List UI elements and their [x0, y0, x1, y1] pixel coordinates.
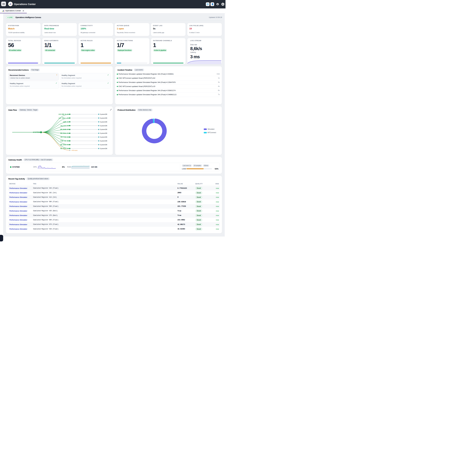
svg-text:SystemDB: SystemDB	[100, 121, 107, 123]
svg-text:AS_FLB_03: AS_FLB_03	[61, 136, 69, 138]
svg-text:AS_FLA_03: AS_FLA_03	[61, 125, 69, 127]
svg-text:SystemDB: SystemDB	[100, 132, 107, 134]
svg-text:RB_BLA_01: RB_BLA_01	[60, 132, 69, 134]
svg-text:SystemDB: SystemDB	[100, 113, 107, 115]
svg-text:SystemDB: SystemDB	[100, 125, 107, 127]
svg-text:SystemDB: SystemDB	[100, 148, 107, 149]
svg-text:RB_BLB_06: RB_BLB_06	[60, 144, 69, 145]
svg-text:SystemDB: SystemDB	[100, 144, 107, 145]
svg-text:LM_BIW_B_01: LM_BIW_B_01	[59, 113, 69, 115]
svg-text:SYSTEM: SYSTEM	[33, 131, 40, 133]
svg-text:RB_BLB_05: RB_BLB_05	[60, 129, 69, 130]
svg-text:LM_TRN_1_01: LM_TRN_1_01	[59, 117, 69, 119]
svg-text:SystemDB: SystemDB	[100, 117, 107, 119]
svg-text:SystemDB: SystemDB	[100, 129, 107, 130]
svg-text:SystemDB: SystemDB	[100, 140, 107, 142]
svg-text:CNC_EL_03: CNC_EL_03	[60, 140, 69, 142]
svg-text:RB_BLA_03: RB_BLA_03	[60, 148, 69, 149]
svg-text:+ 46 more: + 46 more	[71, 149, 78, 151]
svg-text:CMP_01: CMP_01	[63, 121, 69, 123]
svg-text:SystemDB: SystemDB	[100, 136, 107, 138]
